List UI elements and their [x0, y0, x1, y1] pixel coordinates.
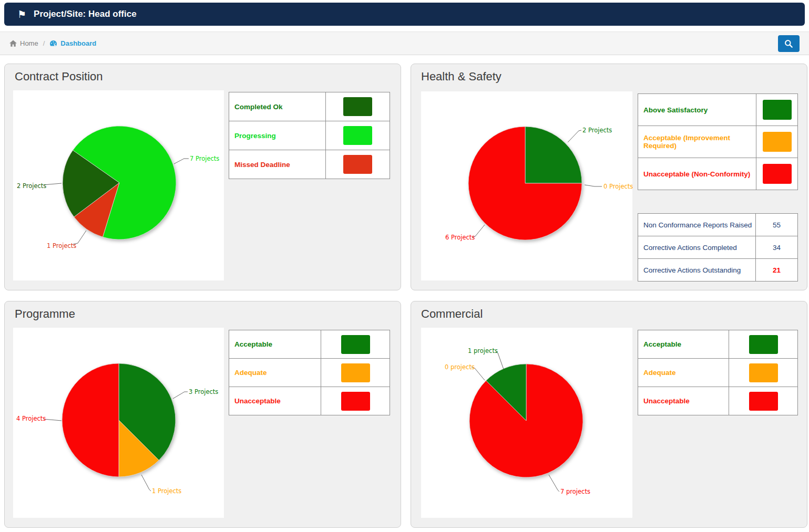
- panel-health-safety: Health & Safety 2 Projects 0 Projects 6 …: [411, 64, 807, 290]
- pie-chart: [61, 362, 177, 478]
- panel-title: Contract Position: [15, 70, 103, 84]
- dashboard-icon: [49, 40, 60, 47]
- stats-row: Non Conformance Reports Raised 55: [638, 214, 797, 236]
- pie-chart: [62, 125, 177, 241]
- top-navbar: ⚑ Project/Site: Head office: [4, 3, 805, 26]
- legend-swatch: [341, 363, 370, 382]
- legend-row: Unacceptable: [229, 387, 390, 415]
- pie-label: 6 Projects: [445, 234, 475, 241]
- stats-label: Non Conformance Reports Raised: [638, 214, 755, 236]
- legend-label: Progressing: [229, 121, 326, 150]
- pie-label: 2 Projects: [17, 182, 46, 190]
- pie-chart: [467, 126, 583, 241]
- legend-table: Completed Ok Progressing Missed Deadline: [229, 92, 390, 179]
- legend-row: Adequate: [638, 358, 797, 387]
- stats-label: Corrective Actions Outstanding: [638, 259, 755, 281]
- pie-label: 7 Projects: [190, 155, 219, 162]
- legend-table: Above Satisfactory Acceptable (Improveme…: [638, 93, 798, 190]
- stats-value: 55: [755, 214, 797, 236]
- legend-row: Unacceptable (Non-Conformity): [638, 158, 797, 190]
- breadcrumb-home-label: Home: [20, 39, 38, 47]
- pie-label: 1 projects: [468, 347, 498, 354]
- panel-title: Programme: [15, 307, 75, 321]
- legend-swatch: [343, 97, 372, 116]
- legend-table: Acceptable Adequate Unacceptable: [638, 330, 798, 415]
- panel-title: Health & Safety: [421, 70, 501, 84]
- pie-label: 0 projects: [445, 363, 475, 371]
- nonconformance-stats-table: Non Conformance Reports Raised 55 Correc…: [638, 213, 798, 281]
- legend-swatch: [763, 100, 792, 120]
- panel-contract-position: Contract Position 7 Projects 1 Projects …: [4, 64, 401, 290]
- pie-label: 2 Projects: [582, 127, 612, 134]
- stats-value: 21: [755, 259, 797, 281]
- legend-row: Acceptable: [638, 330, 797, 358]
- pie-label: 3 Projects: [189, 388, 218, 395]
- legend-label: Adequate: [638, 359, 729, 387]
- legend-label: Acceptable: [229, 330, 321, 358]
- legend-swatch: [763, 132, 792, 152]
- legend-row: Completed Ok: [229, 92, 390, 121]
- legend-swatch: [341, 392, 370, 411]
- legend-row: Above Satisfactory: [638, 94, 797, 126]
- legend-row: Adequate: [229, 358, 390, 387]
- stats-row: Corrective Actions Completed 34: [638, 236, 797, 258]
- home-icon: [9, 40, 20, 47]
- legend-swatch: [343, 155, 372, 174]
- legend-label: Above Satisfactory: [638, 94, 756, 126]
- pie-label: 7 projects: [560, 488, 590, 495]
- commercial-pie-chart: 7 projects 0 projects 1 projects: [421, 328, 632, 518]
- flag-icon: ⚑: [17, 9, 26, 19]
- legend-row: Acceptable: [229, 330, 390, 358]
- legend-label: Unacceptable: [229, 387, 321, 415]
- legend-swatch: [341, 335, 370, 354]
- breadcrumb-current-label: Dashboard: [60, 39, 96, 47]
- pie-label: 1 Projects: [47, 242, 76, 249]
- legend-swatch: [763, 164, 792, 184]
- search-button[interactable]: [778, 35, 800, 52]
- legend-label: Acceptable (Improvement Required): [638, 126, 756, 158]
- legend-label: Completed Ok: [229, 92, 326, 121]
- breadcrumb-separator: /: [43, 39, 45, 47]
- legend-label: Missed Deadline: [229, 150, 326, 179]
- legend-row: Missed Deadline: [229, 150, 390, 179]
- contract-position-pie-chart: 7 Projects 1 Projects 2 Projects: [13, 90, 224, 280]
- legend-table: Acceptable Adequate Unacceptable: [229, 330, 390, 415]
- breadcrumb-home-link[interactable]: Home: [9, 39, 38, 47]
- legend-row: Progressing: [229, 121, 390, 150]
- legend-swatch: [343, 126, 372, 145]
- breadcrumb-dashboard-link[interactable]: Dashboard: [49, 39, 96, 47]
- legend-label: Unacceptable (Non-Conformity): [638, 158, 756, 190]
- stats-value: 34: [755, 236, 797, 258]
- legend-row: Acceptable (Improvement Required): [638, 126, 797, 158]
- legend-swatch: [749, 335, 778, 354]
- breadcrumb-bar: Home / Dashboard: [0, 32, 809, 55]
- project-site-title: Project/Site: Head office: [34, 9, 137, 19]
- breadcrumb: Home / Dashboard: [9, 32, 96, 55]
- programme-pie-chart: 3 Projects 1 Projects 4 Projects: [13, 328, 224, 518]
- panel-commercial: Commercial 7 projects 0 projects 1 proje…: [411, 301, 807, 528]
- pie-label: 0 Projects: [603, 183, 633, 190]
- health-safety-pie-chart: 2 Projects 0 Projects 6 Projects: [421, 91, 632, 280]
- legend-row: Unacceptable: [638, 387, 797, 415]
- legend-label: Acceptable: [638, 330, 729, 358]
- search-icon: [784, 39, 793, 48]
- pie-chart: [468, 363, 584, 478]
- panel-title: Commercial: [421, 307, 483, 321]
- stats-row: Corrective Actions Outstanding 21: [638, 258, 797, 281]
- legend-label: Unacceptable: [638, 387, 729, 415]
- panel-programme: Programme 3 Projects 1 Projects 4 Projec…: [4, 301, 401, 528]
- legend-swatch: [749, 363, 778, 382]
- legend-label: Adequate: [229, 359, 321, 387]
- pie-label: 1 Projects: [152, 487, 181, 495]
- pie-label: 4 Projects: [16, 415, 46, 422]
- stats-label: Corrective Actions Completed: [638, 236, 755, 258]
- legend-swatch: [749, 392, 778, 411]
